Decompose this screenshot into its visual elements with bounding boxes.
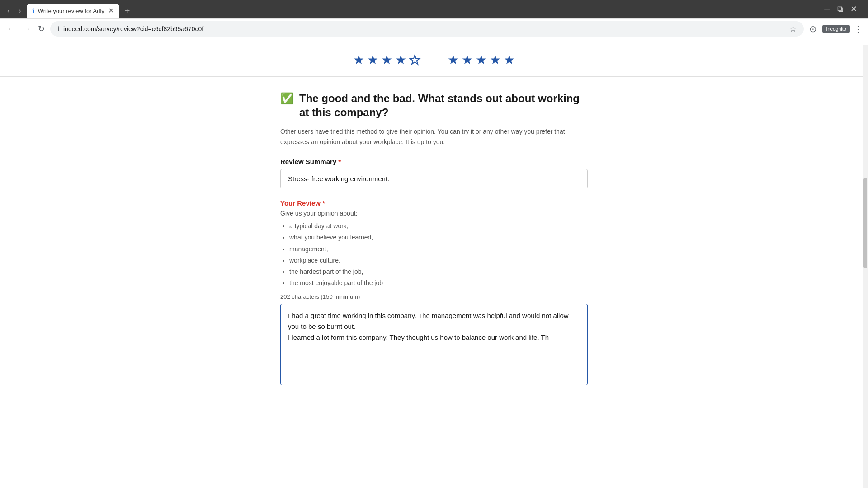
address-bar[interactable]: ℹ indeed.com/survey/review?cid=c6cf82b95…	[50, 21, 804, 37]
back-button[interactable]: ←	[5, 23, 17, 36]
review-section: ✅ The good and the bad. What stands out …	[280, 77, 588, 386]
required-indicator: *	[338, 158, 341, 165]
your-review-label: Your Review *	[280, 199, 588, 207]
minimize-button[interactable]: ─	[824, 5, 830, 14]
prompt-2: what you believe you learned,	[289, 232, 588, 243]
section-heading: ✅ The good and the bad. What stands out …	[280, 91, 588, 119]
window-controls: ─ ⧉ ✕	[824, 4, 864, 18]
star-1-5[interactable]: ★	[409, 52, 420, 67]
new-tab-button[interactable]: +	[121, 4, 134, 18]
review-prompts-list: a typical day at work, what you believe …	[289, 221, 588, 289]
your-review-label-text: Your Review	[280, 199, 321, 207]
review-summary-input[interactable]	[280, 169, 588, 188]
content-area: ✅ The good and the bad. What stands out …	[271, 77, 597, 386]
section-description: Other users have tried this method to gi…	[280, 127, 588, 147]
stars-row: ★ ★ ★ ★ ★ ★ ★ ★ ★ ★	[0, 45, 868, 77]
restore-button[interactable]: ⧉	[837, 5, 843, 14]
star-2-2[interactable]: ★	[462, 52, 473, 67]
star-1-3[interactable]: ★	[381, 52, 392, 67]
bookmark-icon[interactable]: ☆	[789, 24, 797, 34]
browser-actions: ⊙ Incognito ⋮	[807, 22, 863, 36]
check-circle-icon: ✅	[280, 92, 294, 105]
scrollbar-track	[863, 45, 868, 404]
forward-button[interactable]: →	[21, 23, 33, 36]
refresh-button[interactable]: ↻	[36, 22, 47, 36]
your-review-section: Your Review * Give us your opinion about…	[280, 199, 588, 386]
incognito-badge[interactable]: Incognito	[822, 25, 850, 33]
active-tab[interactable]: ℹ Write your review for Adly ✕	[27, 4, 119, 18]
prompt-6: the most enjoyable part of the job	[289, 277, 588, 289]
star-2-3[interactable]: ★	[476, 52, 487, 67]
character-count: 202 characters (150 minimum)	[280, 293, 588, 300]
star-2-1[interactable]: ★	[448, 52, 459, 67]
review-textarea[interactable]: I had a great time working in this compa…	[280, 304, 588, 385]
review-required-indicator: *	[322, 199, 325, 207]
review-summary-field: Review Summary *	[280, 158, 588, 188]
prompt-3: management,	[289, 244, 588, 255]
star-2-5[interactable]: ★	[504, 52, 515, 67]
tab-close-button[interactable]: ✕	[108, 7, 114, 14]
prompt-1: a typical day at work,	[289, 221, 588, 232]
star-1-1[interactable]: ★	[353, 52, 364, 67]
review-summary-label-text: Review Summary	[280, 158, 336, 165]
tab-forward-nav[interactable]: ›	[15, 5, 24, 17]
profile-icon[interactable]: ⊙	[807, 22, 819, 36]
tab-title: Write your review for Adly	[38, 8, 104, 14]
address-bar-row: ← → ↻ ℹ indeed.com/survey/review?cid=c6c…	[0, 18, 868, 39]
browser-chrome: ‹ › ℹ Write your review for Adly ✕ + ─ ⧉…	[0, 0, 868, 39]
star-1-2[interactable]: ★	[367, 52, 378, 67]
star-group-2: ★ ★ ★ ★ ★	[448, 52, 515, 67]
page-content: ★ ★ ★ ★ ★ ★ ★ ★ ★ ★ ✅ The good and the b…	[0, 45, 868, 404]
url-text: indeed.com/survey/review?cid=c6cf82b95a6…	[63, 25, 786, 33]
tab-favicon: ℹ	[32, 7, 34, 14]
section-title: The good and the bad. What stands out ab…	[299, 91, 588, 119]
star-2-4[interactable]: ★	[490, 52, 501, 67]
menu-button[interactable]: ⋮	[854, 23, 863, 34]
close-button[interactable]: ✕	[850, 4, 857, 14]
review-description: Give us your opinion about:	[280, 210, 588, 217]
star-1-4[interactable]: ★	[395, 52, 406, 67]
review-summary-label: Review Summary *	[280, 158, 588, 165]
prompt-4: workplace culture,	[289, 255, 588, 266]
lock-icon: ℹ	[57, 25, 60, 33]
star-group-1: ★ ★ ★ ★ ★	[353, 52, 420, 67]
scrollbar-thumb[interactable]	[863, 178, 867, 268]
tab-back-nav[interactable]: ‹	[4, 5, 13, 17]
prompt-5: the hardest part of the job,	[289, 266, 588, 277]
